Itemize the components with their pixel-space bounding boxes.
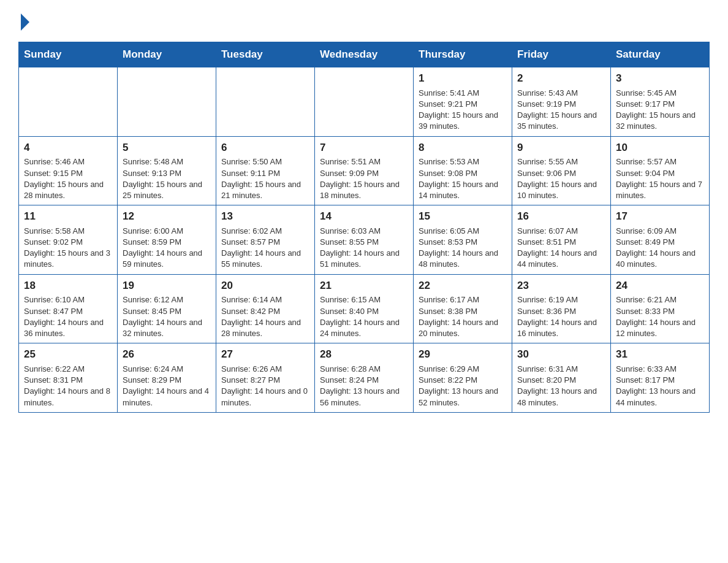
day-number: 27 xyxy=(221,347,309,362)
day-number: 13 xyxy=(221,209,309,224)
day-number: 9 xyxy=(517,140,605,155)
day-info: Sunrise: 5:43 AMSunset: 9:19 PMDaylight:… xyxy=(517,88,605,132)
weekday-header-tuesday: Tuesday xyxy=(216,42,315,67)
day-number: 26 xyxy=(123,347,211,362)
day-info: Sunrise: 6:17 AMSunset: 8:38 PMDaylight:… xyxy=(419,294,507,339)
day-info: Sunrise: 6:28 AMSunset: 8:24 PMDaylight:… xyxy=(320,364,408,408)
calendar-week-row: 11Sunrise: 5:58 AMSunset: 9:02 PMDayligh… xyxy=(19,205,710,275)
weekday-header-wednesday: Wednesday xyxy=(315,42,414,67)
calendar-cell: 12Sunrise: 6:00 AMSunset: 8:59 PMDayligh… xyxy=(118,205,216,275)
day-number: 5 xyxy=(123,140,211,155)
calendar-cell: 10Sunrise: 5:57 AMSunset: 9:04 PMDayligh… xyxy=(611,136,710,205)
day-info: Sunrise: 5:48 AMSunset: 9:13 PMDaylight:… xyxy=(123,156,211,201)
calendar-cell: 27Sunrise: 6:26 AMSunset: 8:27 PMDayligh… xyxy=(216,343,315,413)
day-number: 22 xyxy=(419,278,507,293)
day-number: 19 xyxy=(123,278,211,293)
day-number: 12 xyxy=(123,209,211,224)
calendar-cell: 28Sunrise: 6:28 AMSunset: 8:24 PMDayligh… xyxy=(315,343,414,413)
day-number: 30 xyxy=(517,347,605,362)
calendar-cell: 21Sunrise: 6:15 AMSunset: 8:40 PMDayligh… xyxy=(315,274,414,343)
day-info: Sunrise: 6:22 AMSunset: 8:31 PMDaylight:… xyxy=(24,364,112,408)
calendar-cell: 16Sunrise: 6:07 AMSunset: 8:51 PMDayligh… xyxy=(512,205,611,275)
logo xyxy=(18,12,45,31)
calendar-cell: 14Sunrise: 6:03 AMSunset: 8:55 PMDayligh… xyxy=(315,205,414,275)
day-info: Sunrise: 6:12 AMSunset: 8:45 PMDaylight:… xyxy=(123,294,211,339)
calendar-cell: 1Sunrise: 5:41 AMSunset: 9:21 PMDaylight… xyxy=(414,67,512,137)
day-number: 24 xyxy=(616,278,704,293)
day-number: 3 xyxy=(616,71,704,86)
day-number: 2 xyxy=(517,71,605,86)
calendar-cell: 24Sunrise: 6:21 AMSunset: 8:33 PMDayligh… xyxy=(611,274,710,343)
day-info: Sunrise: 5:46 AMSunset: 9:15 PMDaylight:… xyxy=(24,156,112,201)
calendar-cell: 4Sunrise: 5:46 AMSunset: 9:15 PMDaylight… xyxy=(19,136,118,205)
day-info: Sunrise: 6:02 AMSunset: 8:57 PMDaylight:… xyxy=(221,226,309,270)
day-number: 11 xyxy=(24,209,112,224)
calendar-cell: 26Sunrise: 6:24 AMSunset: 8:29 PMDayligh… xyxy=(118,343,216,413)
day-info: Sunrise: 6:29 AMSunset: 8:22 PMDaylight:… xyxy=(419,364,507,408)
day-number: 28 xyxy=(320,347,408,362)
calendar-cell: 7Sunrise: 5:51 AMSunset: 9:09 PMDaylight… xyxy=(315,136,414,205)
day-info: Sunrise: 5:55 AMSunset: 9:06 PMDaylight:… xyxy=(517,156,605,201)
calendar-cell: 25Sunrise: 6:22 AMSunset: 8:31 PMDayligh… xyxy=(19,343,118,413)
weekday-header-monday: Monday xyxy=(118,42,216,67)
day-info: Sunrise: 5:51 AMSunset: 9:09 PMDaylight:… xyxy=(320,156,408,201)
day-info: Sunrise: 6:14 AMSunset: 8:42 PMDaylight:… xyxy=(221,294,309,339)
day-info: Sunrise: 6:00 AMSunset: 8:59 PMDaylight:… xyxy=(123,226,211,270)
day-number: 4 xyxy=(24,140,112,155)
calendar-cell: 19Sunrise: 6:12 AMSunset: 8:45 PMDayligh… xyxy=(118,274,216,343)
calendar-cell: 15Sunrise: 6:05 AMSunset: 8:53 PMDayligh… xyxy=(414,205,512,275)
calendar-cell: 29Sunrise: 6:29 AMSunset: 8:22 PMDayligh… xyxy=(414,343,512,413)
day-number: 25 xyxy=(24,347,112,362)
day-info: Sunrise: 5:57 AMSunset: 9:04 PMDaylight:… xyxy=(616,156,704,201)
calendar-cell: 5Sunrise: 5:48 AMSunset: 9:13 PMDaylight… xyxy=(118,136,216,205)
day-info: Sunrise: 6:21 AMSunset: 8:33 PMDaylight:… xyxy=(616,294,704,339)
day-number: 6 xyxy=(221,140,309,155)
day-info: Sunrise: 5:58 AMSunset: 9:02 PMDaylight:… xyxy=(24,226,112,270)
day-info: Sunrise: 6:24 AMSunset: 8:29 PMDaylight:… xyxy=(123,364,211,408)
day-info: Sunrise: 6:05 AMSunset: 8:53 PMDaylight:… xyxy=(419,226,507,270)
weekday-header-friday: Friday xyxy=(512,42,611,67)
calendar-cell: 17Sunrise: 6:09 AMSunset: 8:49 PMDayligh… xyxy=(611,205,710,275)
weekday-header-thursday: Thursday xyxy=(414,42,512,67)
day-info: Sunrise: 5:41 AMSunset: 9:21 PMDaylight:… xyxy=(419,88,507,132)
calendar-cell xyxy=(118,67,216,137)
day-number: 14 xyxy=(320,209,408,224)
day-number: 7 xyxy=(320,140,408,155)
day-number: 10 xyxy=(616,140,704,155)
calendar-cell: 23Sunrise: 6:19 AMSunset: 8:36 PMDayligh… xyxy=(512,274,611,343)
calendar-table: SundayMondayTuesdayWednesdayThursdayFrid… xyxy=(18,42,710,413)
day-info: Sunrise: 6:15 AMSunset: 8:40 PMDaylight:… xyxy=(320,294,408,339)
day-number: 17 xyxy=(616,209,704,224)
day-info: Sunrise: 6:10 AMSunset: 8:47 PMDaylight:… xyxy=(24,294,112,339)
day-info: Sunrise: 6:07 AMSunset: 8:51 PMDaylight:… xyxy=(517,226,605,270)
calendar-cell: 20Sunrise: 6:14 AMSunset: 8:42 PMDayligh… xyxy=(216,274,315,343)
day-info: Sunrise: 5:45 AMSunset: 9:17 PMDaylight:… xyxy=(616,88,704,132)
page-header xyxy=(18,12,710,31)
day-info: Sunrise: 6:33 AMSunset: 8:17 PMDaylight:… xyxy=(616,364,704,408)
day-number: 15 xyxy=(419,209,507,224)
calendar-cell: 18Sunrise: 6:10 AMSunset: 8:47 PMDayligh… xyxy=(19,274,118,343)
day-info: Sunrise: 6:31 AMSunset: 8:20 PMDaylight:… xyxy=(517,364,605,408)
calendar-cell: 30Sunrise: 6:31 AMSunset: 8:20 PMDayligh… xyxy=(512,343,611,413)
calendar-cell: 3Sunrise: 5:45 AMSunset: 9:17 PMDaylight… xyxy=(611,67,710,137)
weekday-header-saturday: Saturday xyxy=(611,42,710,67)
weekday-header-sunday: Sunday xyxy=(19,42,118,67)
calendar-cell: 13Sunrise: 6:02 AMSunset: 8:57 PMDayligh… xyxy=(216,205,315,275)
calendar-week-row: 18Sunrise: 6:10 AMSunset: 8:47 PMDayligh… xyxy=(19,274,710,343)
day-number: 20 xyxy=(221,278,309,293)
day-info: Sunrise: 6:19 AMSunset: 8:36 PMDaylight:… xyxy=(517,294,605,339)
calendar-week-row: 25Sunrise: 6:22 AMSunset: 8:31 PMDayligh… xyxy=(19,343,710,413)
day-number: 21 xyxy=(320,278,408,293)
calendar-cell xyxy=(19,67,118,137)
day-number: 23 xyxy=(517,278,605,293)
day-number: 18 xyxy=(24,278,112,293)
logo-arrow-icon xyxy=(21,13,29,31)
day-info: Sunrise: 6:26 AMSunset: 8:27 PMDaylight:… xyxy=(221,364,309,408)
day-number: 1 xyxy=(419,71,507,86)
day-info: Sunrise: 6:03 AMSunset: 8:55 PMDaylight:… xyxy=(320,226,408,270)
calendar-cell: 8Sunrise: 5:53 AMSunset: 9:08 PMDaylight… xyxy=(414,136,512,205)
calendar-cell: 22Sunrise: 6:17 AMSunset: 8:38 PMDayligh… xyxy=(414,274,512,343)
day-info: Sunrise: 5:50 AMSunset: 9:11 PMDaylight:… xyxy=(221,156,309,201)
calendar-cell xyxy=(216,67,315,137)
day-info: Sunrise: 6:09 AMSunset: 8:49 PMDaylight:… xyxy=(616,226,704,270)
